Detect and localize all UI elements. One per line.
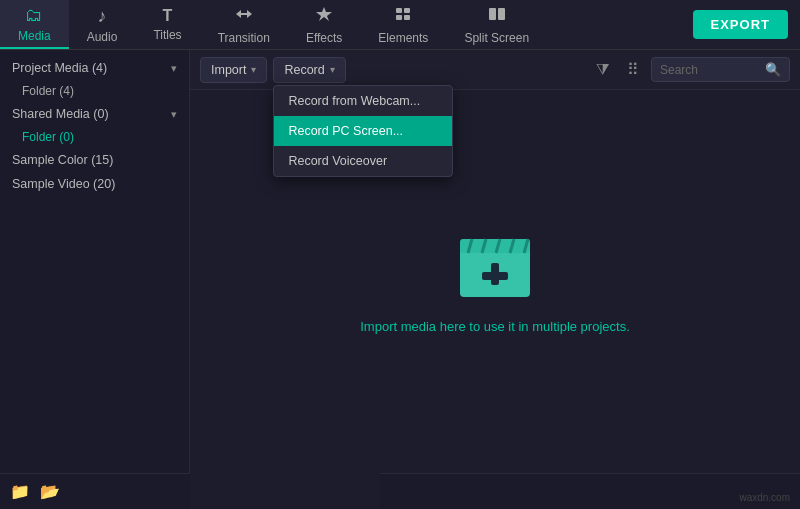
svg-rect-6: [498, 8, 505, 20]
grid-icon[interactable]: ⠿: [621, 56, 645, 83]
nav-label-audio: Audio: [87, 30, 118, 44]
chevron-shared-media-icon: ▾: [171, 108, 177, 121]
record-pcscreen-label: Record PC Screen...: [288, 124, 403, 138]
search-icon: 🔍: [765, 62, 781, 77]
search-input[interactable]: [660, 63, 760, 77]
folder0-label: Folder (0): [22, 130, 74, 144]
clapperboard-icon: [450, 225, 540, 305]
audio-icon: ♪: [98, 6, 107, 27]
search-box: 🔍: [651, 57, 790, 82]
svg-rect-1: [396, 8, 402, 13]
folder4-label: Folder (4): [22, 84, 74, 98]
sidebar-item-sample-color[interactable]: Sample Color (15): [0, 148, 189, 172]
svg-rect-3: [396, 15, 402, 20]
nav-item-titles[interactable]: T Titles: [135, 0, 199, 49]
export-button[interactable]: EXPORT: [693, 10, 788, 39]
nav-label-splitscreen: Split Screen: [464, 31, 529, 45]
nav-item-splitscreen[interactable]: Split Screen: [446, 0, 547, 49]
watermark: waxdn.com: [739, 492, 790, 503]
import-chevron-icon: ▾: [251, 64, 256, 75]
sidebar-item-project-media[interactable]: Project Media (4) ▾: [0, 56, 189, 80]
svg-rect-2: [404, 8, 410, 13]
nav-label-effects: Effects: [306, 31, 342, 45]
nav-label-media: Media: [18, 29, 51, 43]
transition-icon: [234, 5, 254, 28]
svg-rect-15: [482, 272, 508, 280]
empty-state-message: Import media here to use it in multiple …: [360, 319, 630, 334]
record-chevron-icon: ▾: [330, 64, 335, 75]
record-webcam-label: Record from Webcam...: [288, 94, 420, 108]
main-bottom-bar: [380, 473, 800, 509]
svg-rect-4: [404, 15, 410, 20]
sidebar: Project Media (4) ▾ Folder (4) Shared Me…: [0, 50, 190, 509]
import-button[interactable]: Import ▾: [200, 57, 267, 83]
top-navigation: 🗂 Media ♪ Audio T Titles Transition Effe…: [0, 0, 800, 50]
record-button[interactable]: Record ▾: [273, 57, 345, 83]
toolbar: Import ▾ Record ▾ Record from Webcam... …: [190, 50, 800, 90]
sidebar-bottom-bar: 📁 📂: [0, 473, 190, 509]
titles-icon: T: [163, 7, 173, 25]
splitscreen-icon: [487, 5, 507, 28]
sidebar-link-folder0[interactable]: Folder (0): [0, 126, 189, 148]
nav-item-effects[interactable]: Effects: [288, 0, 360, 49]
record-voiceover-label: Record Voiceover: [288, 154, 387, 168]
record-label: Record: [284, 63, 324, 77]
import-folder-icon[interactable]: 📂: [40, 482, 60, 501]
elements-icon: [393, 5, 413, 28]
record-dropdown-menu: Record from Webcam... Record PC Screen..…: [273, 85, 453, 177]
content-area: Project Media (4) ▾ Folder (4) Shared Me…: [0, 50, 800, 509]
sidebar-shared-media-label: Shared Media (0): [12, 107, 109, 121]
effects-icon: [314, 5, 334, 28]
sidebar-item-sample-video[interactable]: Sample Video (20): [0, 172, 189, 196]
chevron-project-media-icon: ▾: [171, 62, 177, 75]
sidebar-subitem-folder4[interactable]: Folder (4): [0, 80, 189, 102]
filter-icon[interactable]: ⧩: [590, 57, 615, 83]
nav-label-titles: Titles: [153, 28, 181, 42]
sidebar-sample-video-label: Sample Video (20): [12, 177, 115, 191]
media-icon: 🗂: [25, 5, 43, 26]
svg-marker-0: [316, 7, 332, 21]
sidebar-project-media-label: Project Media (4): [12, 61, 107, 75]
svg-rect-5: [489, 8, 496, 20]
nav-item-elements[interactable]: Elements: [360, 0, 446, 49]
nav-label-transition: Transition: [218, 31, 270, 45]
nav-label-elements: Elements: [378, 31, 428, 45]
record-dropdown-container: Record ▾ Record from Webcam... Record PC…: [273, 57, 345, 83]
new-folder-icon[interactable]: 📁: [10, 482, 30, 501]
sidebar-item-shared-media[interactable]: Shared Media (0) ▾: [0, 102, 189, 126]
nav-item-media[interactable]: 🗂 Media: [0, 0, 69, 49]
record-webcam-item[interactable]: Record from Webcam...: [274, 86, 452, 116]
nav-item-transition[interactable]: Transition: [200, 0, 288, 49]
record-pcscreen-item[interactable]: Record PC Screen...: [274, 116, 452, 146]
sidebar-sample-color-label: Sample Color (15): [12, 153, 113, 167]
nav-item-audio[interactable]: ♪ Audio: [69, 0, 136, 49]
import-label: Import: [211, 63, 246, 77]
record-voiceover-item[interactable]: Record Voiceover: [274, 146, 452, 176]
main-panel: Import ▾ Record ▾ Record from Webcam... …: [190, 50, 800, 509]
